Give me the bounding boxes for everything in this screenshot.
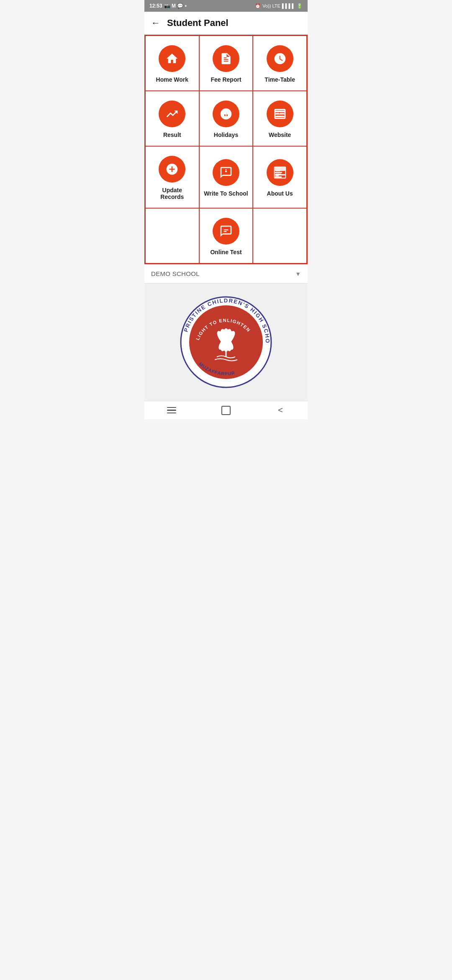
grid-item-homework[interactable]: Home Work [145,36,199,91]
home-nav-icon [221,406,231,415]
status-right-icons: ⏰ Vo)) LTE ▌▌▌▌ 🔋 [255,3,303,9]
aboutus-icon [267,159,293,186]
school-logo: PRISTINE CHILDREN'S HIGH SCHOOL MUZAFFAR… [180,296,272,388]
grid-empty-2 [253,208,307,263]
page-title: Student Panel [167,18,229,28]
homework-label: Home Work [156,76,189,83]
grid-empty-1 [145,208,199,263]
school-name: DEMO SCHOOL [151,270,200,277]
svg-rect-11 [275,174,281,175]
nav-home-button[interactable] [216,404,236,417]
nav-menu-button[interactable] [161,404,182,417]
onlinetest-icon [213,218,239,245]
website-label: Website [269,132,291,138]
time-display: 12:53 [149,3,162,9]
website-icon [267,101,293,127]
svg-point-5 [225,170,227,172]
status-icons: 📷 M 💬 • [164,3,187,9]
svg-rect-3 [280,113,284,114]
svg-rect-2 [276,113,279,114]
menu-icon [167,407,176,414]
writetoschool-label: Write To School [204,190,248,197]
back-nav-icon: < [278,405,283,415]
homework-icon [159,45,185,72]
status-bar: 12:53 📷 M 💬 • ⏰ Vo)) LTE ▌▌▌▌ 🔋 [144,0,308,12]
chevron-down-icon: ▼ [295,271,301,277]
back-button[interactable]: ← [151,18,160,28]
svg-rect-12 [275,175,279,176]
svg-rect-10 [275,172,282,173]
grid-item-updaterecords[interactable]: Update Records [145,146,199,208]
app-header: ← Student Panel [144,12,308,35]
holidays-icon [213,101,239,127]
status-time: 12:53 📷 M 💬 • [149,3,187,9]
grid-item-website[interactable]: Website [253,91,307,146]
timetable-label: Time-Table [265,76,295,83]
school-selector[interactable]: DEMO SCHOOL ▼ [144,264,308,284]
grid-item-holidays[interactable]: Holidays [199,91,253,146]
logo-section: PRISTINE CHILDREN'S HIGH SCHOOL MUZAFFAR… [144,284,308,401]
grid-item-timetable[interactable]: Time-Table [253,36,307,91]
aboutus-label: About Us [267,190,293,197]
onlinetest-label: Online Test [210,249,241,255]
bottom-nav: < [144,401,308,419]
grid-item-onlinetest[interactable]: Online Test [199,208,253,263]
nav-back-button[interactable]: < [270,404,291,417]
writetoschool-icon [213,159,239,186]
result-icon [159,101,185,127]
grid-item-feereport[interactable]: Fee Report [199,36,253,91]
updaterecords-label: Update Records [150,187,195,200]
holidays-label: Holidays [214,132,238,138]
svg-rect-6 [226,169,227,170]
grid-item-aboutus[interactable]: About Us [253,146,307,208]
timetable-icon [267,45,293,72]
menu-grid: Home Work Fee Report Time-Table Result H… [144,35,308,264]
feereport-icon [213,45,239,72]
result-label: Result [163,132,181,138]
svg-rect-9 [275,170,280,171]
grid-item-result[interactable]: Result [145,91,199,146]
updaterecords-icon [159,156,185,183]
feereport-label: Fee Report [211,76,241,83]
grid-item-writetoschool[interactable]: Write To School [199,146,253,208]
svg-rect-4 [276,116,284,117]
